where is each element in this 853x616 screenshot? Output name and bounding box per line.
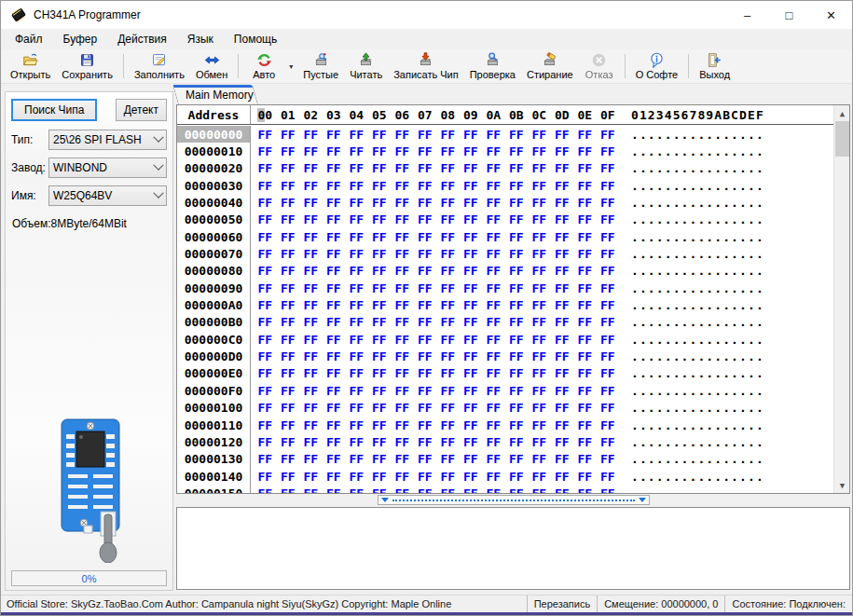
byte-cell[interactable]: FF <box>528 470 551 484</box>
byte-cell[interactable]: FF <box>391 486 414 493</box>
byte-cell[interactable]: FF <box>254 281 277 295</box>
byte-cell[interactable]: FF <box>528 384 551 398</box>
byte-cell[interactable]: FF <box>414 230 437 244</box>
byte-cell[interactable]: FF <box>299 366 323 380</box>
byte-cell[interactable]: FF <box>551 486 574 493</box>
byte-cell[interactable]: FF <box>414 315 437 329</box>
byte-cell[interactable]: FF <box>277 349 300 363</box>
byte-cell[interactable]: FF <box>436 212 460 226</box>
byte-cell[interactable]: FF <box>505 230 529 244</box>
byte-cell[interactable]: FF <box>505 264 529 278</box>
detect-button[interactable]: Детект <box>116 99 167 121</box>
byte-cell[interactable]: FF <box>345 418 368 432</box>
menu-item-2[interactable]: Действия <box>107 31 177 48</box>
byte-cell[interactable]: FF <box>505 281 529 295</box>
byte-cell[interactable]: FF <box>345 333 368 347</box>
byte-cell[interactable]: FF <box>528 366 551 380</box>
byte-cell[interactable]: FF <box>299 230 323 244</box>
byte-cell[interactable]: FF <box>368 264 392 278</box>
byte-cell[interactable]: FF <box>391 452 414 466</box>
byte-cell[interactable]: FF <box>482 315 505 329</box>
byte-cell[interactable]: FF <box>345 161 368 175</box>
byte-cell[interactable]: FF <box>391 247 414 261</box>
byte-cell[interactable]: FF <box>460 161 483 175</box>
byte-cell[interactable]: FF <box>436 281 460 295</box>
byte-cell[interactable]: FF <box>323 349 346 363</box>
ascii-cell[interactable]: ................ <box>631 230 764 244</box>
byte-cell[interactable]: FF <box>460 298 483 312</box>
byte-cell[interactable]: FF <box>597 333 620 347</box>
byte-cell[interactable]: FF <box>414 366 437 380</box>
byte-cell[interactable]: FF <box>277 315 300 329</box>
byte-cell[interactable]: FF <box>505 349 529 363</box>
byte-cell[interactable]: FF <box>597 281 620 295</box>
byte-cell[interactable]: FF <box>391 470 414 484</box>
byte-cell[interactable]: FF <box>505 212 529 226</box>
tab-main-memory[interactable]: Main Memory <box>178 85 258 104</box>
byte-cell[interactable]: FF <box>299 384 323 398</box>
byte-cell[interactable]: FF <box>482 128 505 142</box>
byte-cell[interactable]: FF <box>391 161 414 175</box>
byte-cell[interactable]: FF <box>299 212 323 226</box>
byte-cell[interactable]: FF <box>414 247 437 261</box>
byte-cell[interactable]: FF <box>254 401 277 415</box>
byte-cell[interactable]: FF <box>573 179 597 193</box>
byte-cell[interactable]: FF <box>573 298 597 312</box>
byte-cell[interactable]: FF <box>414 298 437 312</box>
byte-cell[interactable]: FF <box>460 384 483 398</box>
byte-cell[interactable]: FF <box>460 349 483 363</box>
byte-cell[interactable]: FF <box>528 486 551 493</box>
byte-cell[interactable]: FF <box>414 384 437 398</box>
byte-cell[interactable]: FF <box>505 418 529 432</box>
ascii-cell[interactable]: ................ <box>631 470 764 484</box>
byte-cell[interactable]: FF <box>482 366 505 380</box>
close-button[interactable]: ✕ <box>810 1 852 29</box>
ascii-cell[interactable]: ................ <box>631 247 764 261</box>
byte-cell[interactable]: FF <box>254 144 277 158</box>
byte-cell[interactable]: FF <box>573 435 597 449</box>
byte-cell[interactable]: FF <box>323 264 346 278</box>
byte-cell[interactable]: FF <box>368 144 392 158</box>
byte-cell[interactable]: FF <box>277 384 300 398</box>
byte-cell[interactable]: FF <box>573 247 597 261</box>
byte-cell[interactable]: FF <box>597 264 620 278</box>
byte-cell[interactable]: FF <box>323 281 346 295</box>
byte-cell[interactable]: FF <box>436 315 460 329</box>
byte-cell[interactable]: FF <box>345 144 368 158</box>
byte-cell[interactable]: FF <box>551 230 574 244</box>
byte-cell[interactable]: FF <box>505 144 529 158</box>
byte-cell[interactable]: FF <box>368 247 392 261</box>
byte-cell[interactable]: FF <box>460 452 483 466</box>
byte-cell[interactable]: FF <box>551 384 574 398</box>
byte-cell[interactable]: FF <box>368 230 392 244</box>
byte-cell[interactable]: FF <box>597 366 620 380</box>
combo-name[interactable]: W25Q64BV <box>48 185 167 206</box>
byte-cell[interactable]: FF <box>528 401 551 415</box>
byte-cell[interactable]: FF <box>482 161 505 175</box>
toolbar-button-1[interactable]: Сохранить <box>56 50 118 83</box>
byte-cell[interactable]: FF <box>436 144 460 158</box>
byte-cell[interactable]: FF <box>323 179 346 193</box>
byte-cell[interactable]: FF <box>460 281 483 295</box>
toolbar-button-12[interactable]: Отказ <box>579 50 620 83</box>
byte-cell[interactable]: FF <box>573 333 597 347</box>
byte-cell[interactable]: FF <box>460 230 483 244</box>
byte-cell[interactable]: FF <box>573 264 597 278</box>
byte-cell[interactable]: FF <box>299 264 323 278</box>
byte-cell[interactable]: FF <box>573 349 597 363</box>
byte-cell[interactable]: FF <box>436 486 460 493</box>
byte-cell[interactable]: FF <box>254 349 277 363</box>
byte-cell[interactable]: FF <box>573 452 597 466</box>
vertical-scrollbar[interactable]: ▲ ▼ <box>833 105 849 493</box>
byte-cell[interactable]: FF <box>299 144 323 158</box>
byte-cell[interactable]: FF <box>551 349 574 363</box>
byte-cell[interactable]: FF <box>368 212 392 226</box>
maximize-button[interactable]: □ <box>768 1 810 29</box>
byte-cell[interactable]: FF <box>391 435 414 449</box>
byte-cell[interactable]: FF <box>345 128 368 142</box>
byte-cell[interactable]: FF <box>597 401 620 415</box>
byte-cell[interactable]: FF <box>391 212 414 226</box>
byte-cell[interactable]: FF <box>323 333 346 347</box>
byte-cell[interactable]: FF <box>436 264 460 278</box>
byte-cell[interactable]: FF <box>323 161 346 175</box>
